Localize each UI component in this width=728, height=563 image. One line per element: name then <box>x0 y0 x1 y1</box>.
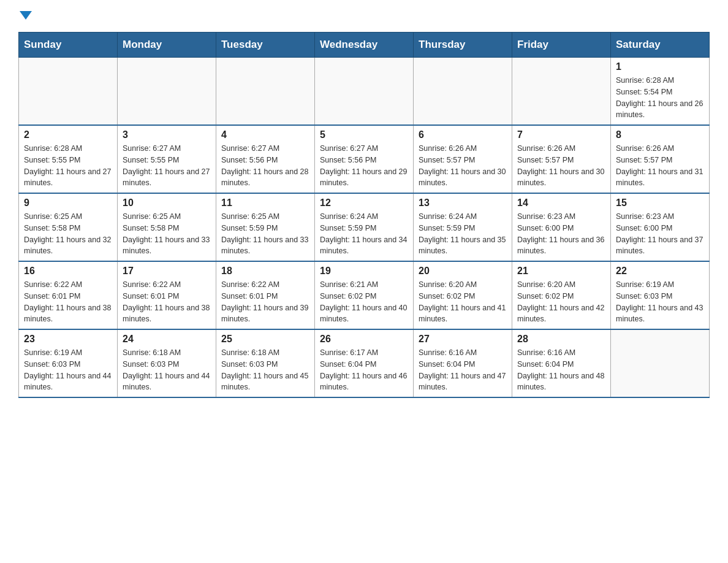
calendar-cell <box>19 58 118 126</box>
day-number: 20 <box>419 266 507 277</box>
calendar-cell: 1Sunrise: 6:28 AM Sunset: 5:54 PM Daylig… <box>611 58 710 126</box>
day-number: 9 <box>24 197 112 209</box>
day-info: Sunrise: 6:16 AM Sunset: 6:04 PM Dayligh… <box>517 347 605 393</box>
day-info: Sunrise: 6:16 AM Sunset: 6:04 PM Dayligh… <box>419 347 507 393</box>
day-info: Sunrise: 6:18 AM Sunset: 6:03 PM Dayligh… <box>221 347 309 393</box>
day-info: Sunrise: 6:24 AM Sunset: 5:59 PM Dayligh… <box>320 211 408 257</box>
day-number: 24 <box>123 334 211 345</box>
day-info: Sunrise: 6:23 AM Sunset: 6:00 PM Dayligh… <box>517 211 605 257</box>
logo <box>18 12 32 20</box>
day-info: Sunrise: 6:19 AM Sunset: 6:03 PM Dayligh… <box>24 347 112 393</box>
calendar-header-row: SundayMondayTuesdayWednesdayThursdayFrid… <box>19 33 710 58</box>
calendar-cell: 6Sunrise: 6:26 AM Sunset: 5:57 PM Daylig… <box>414 125 512 193</box>
day-info: Sunrise: 6:22 AM Sunset: 6:01 PM Dayligh… <box>123 279 211 325</box>
day-info: Sunrise: 6:20 AM Sunset: 6:02 PM Dayligh… <box>419 279 507 325</box>
day-number: 11 <box>221 197 309 209</box>
calendar-cell: 20Sunrise: 6:20 AM Sunset: 6:02 PM Dayli… <box>414 261 512 329</box>
calendar-cell <box>118 58 216 126</box>
calendar-cell: 21Sunrise: 6:20 AM Sunset: 6:02 PM Dayli… <box>512 261 611 329</box>
day-number: 7 <box>517 129 605 140</box>
day-number: 6 <box>419 129 507 140</box>
calendar-cell: 22Sunrise: 6:19 AM Sunset: 6:03 PM Dayli… <box>611 261 710 329</box>
calendar-week-row: 23Sunrise: 6:19 AM Sunset: 6:03 PM Dayli… <box>19 329 710 397</box>
day-number: 1 <box>616 61 704 72</box>
day-info: Sunrise: 6:25 AM Sunset: 5:58 PM Dayligh… <box>24 211 112 257</box>
calendar-week-row: 16Sunrise: 6:22 AM Sunset: 6:01 PM Dayli… <box>19 261 710 329</box>
day-number: 18 <box>221 266 309 277</box>
day-number: 26 <box>320 334 408 345</box>
calendar-cell: 26Sunrise: 6:17 AM Sunset: 6:04 PM Dayli… <box>315 329 414 397</box>
calendar-cell: 4Sunrise: 6:27 AM Sunset: 5:56 PM Daylig… <box>216 125 315 193</box>
calendar-cell: 18Sunrise: 6:22 AM Sunset: 6:01 PM Dayli… <box>216 261 315 329</box>
calendar-cell: 2Sunrise: 6:28 AM Sunset: 5:55 PM Daylig… <box>19 125 118 193</box>
calendar-cell: 24Sunrise: 6:18 AM Sunset: 6:03 PM Dayli… <box>118 329 216 397</box>
day-info: Sunrise: 6:21 AM Sunset: 6:02 PM Dayligh… <box>320 279 408 325</box>
day-number: 3 <box>123 129 211 140</box>
weekday-header-saturday: Saturday <box>611 33 710 58</box>
day-info: Sunrise: 6:24 AM Sunset: 5:59 PM Dayligh… <box>419 211 507 257</box>
calendar-cell: 15Sunrise: 6:23 AM Sunset: 6:00 PM Dayli… <box>611 193 710 261</box>
calendar-table: SundayMondayTuesdayWednesdayThursdayFrid… <box>18 32 710 398</box>
day-number: 17 <box>123 266 211 277</box>
day-info: Sunrise: 6:25 AM Sunset: 5:58 PM Dayligh… <box>123 211 211 257</box>
day-number: 28 <box>517 334 605 345</box>
day-info: Sunrise: 6:27 AM Sunset: 5:56 PM Dayligh… <box>320 143 408 189</box>
calendar-cell <box>512 58 611 126</box>
calendar-cell: 23Sunrise: 6:19 AM Sunset: 6:03 PM Dayli… <box>19 329 118 397</box>
day-info: Sunrise: 6:25 AM Sunset: 5:59 PM Dayligh… <box>221 211 309 257</box>
calendar-cell: 7Sunrise: 6:26 AM Sunset: 5:57 PM Daylig… <box>512 125 611 193</box>
calendar-week-row: 9Sunrise: 6:25 AM Sunset: 5:58 PM Daylig… <box>19 193 710 261</box>
calendar-cell <box>414 58 512 126</box>
day-number: 27 <box>419 334 507 345</box>
calendar-cell: 10Sunrise: 6:25 AM Sunset: 5:58 PM Dayli… <box>118 193 216 261</box>
day-info: Sunrise: 6:20 AM Sunset: 6:02 PM Dayligh… <box>517 279 605 325</box>
day-number: 16 <box>24 266 112 277</box>
calendar-week-row: 2Sunrise: 6:28 AM Sunset: 5:55 PM Daylig… <box>19 125 710 193</box>
day-number: 2 <box>24 129 112 140</box>
day-info: Sunrise: 6:28 AM Sunset: 5:55 PM Dayligh… <box>24 143 112 189</box>
weekday-header-tuesday: Tuesday <box>216 33 315 58</box>
day-info: Sunrise: 6:26 AM Sunset: 5:57 PM Dayligh… <box>419 143 507 189</box>
calendar-cell: 17Sunrise: 6:22 AM Sunset: 6:01 PM Dayli… <box>118 261 216 329</box>
day-number: 4 <box>221 129 309 140</box>
day-number: 5 <box>320 129 408 140</box>
calendar-cell: 11Sunrise: 6:25 AM Sunset: 5:59 PM Dayli… <box>216 193 315 261</box>
weekday-header-wednesday: Wednesday <box>315 33 414 58</box>
day-info: Sunrise: 6:17 AM Sunset: 6:04 PM Dayligh… <box>320 347 408 393</box>
day-info: Sunrise: 6:18 AM Sunset: 6:03 PM Dayligh… <box>123 347 211 393</box>
day-number: 25 <box>221 334 309 345</box>
day-info: Sunrise: 6:23 AM Sunset: 6:00 PM Dayligh… <box>616 211 704 257</box>
calendar-cell <box>611 329 710 397</box>
day-number: 21 <box>517 266 605 277</box>
calendar-week-row: 1Sunrise: 6:28 AM Sunset: 5:54 PM Daylig… <box>19 58 710 126</box>
calendar-cell: 3Sunrise: 6:27 AM Sunset: 5:55 PM Daylig… <box>118 125 216 193</box>
calendar-cell: 16Sunrise: 6:22 AM Sunset: 6:01 PM Dayli… <box>19 261 118 329</box>
calendar-cell: 13Sunrise: 6:24 AM Sunset: 5:59 PM Dayli… <box>414 193 512 261</box>
page-header <box>18 12 710 20</box>
weekday-header-monday: Monday <box>118 33 216 58</box>
calendar-cell: 14Sunrise: 6:23 AM Sunset: 6:00 PM Dayli… <box>512 193 611 261</box>
day-info: Sunrise: 6:19 AM Sunset: 6:03 PM Dayligh… <box>616 279 704 325</box>
calendar-cell: 8Sunrise: 6:26 AM Sunset: 5:57 PM Daylig… <box>611 125 710 193</box>
day-info: Sunrise: 6:26 AM Sunset: 5:57 PM Dayligh… <box>517 143 605 189</box>
weekday-header-thursday: Thursday <box>414 33 512 58</box>
day-info: Sunrise: 6:22 AM Sunset: 6:01 PM Dayligh… <box>24 279 112 325</box>
calendar-cell <box>315 58 414 126</box>
day-info: Sunrise: 6:22 AM Sunset: 6:01 PM Dayligh… <box>221 279 309 325</box>
weekday-header-friday: Friday <box>512 33 611 58</box>
day-number: 13 <box>419 197 507 209</box>
day-number: 19 <box>320 266 408 277</box>
day-number: 22 <box>616 266 704 277</box>
calendar-cell: 12Sunrise: 6:24 AM Sunset: 5:59 PM Dayli… <box>315 193 414 261</box>
calendar-cell: 5Sunrise: 6:27 AM Sunset: 5:56 PM Daylig… <box>315 125 414 193</box>
day-number: 10 <box>123 197 211 209</box>
day-number: 8 <box>616 129 704 140</box>
day-number: 23 <box>24 334 112 345</box>
calendar-cell <box>216 58 315 126</box>
day-info: Sunrise: 6:26 AM Sunset: 5:57 PM Dayligh… <box>616 143 704 189</box>
day-number: 14 <box>517 197 605 209</box>
day-info: Sunrise: 6:27 AM Sunset: 5:56 PM Dayligh… <box>221 143 309 189</box>
day-number: 15 <box>616 197 704 209</box>
calendar-cell: 25Sunrise: 6:18 AM Sunset: 6:03 PM Dayli… <box>216 329 315 397</box>
logo-triangle-icon <box>20 11 32 20</box>
